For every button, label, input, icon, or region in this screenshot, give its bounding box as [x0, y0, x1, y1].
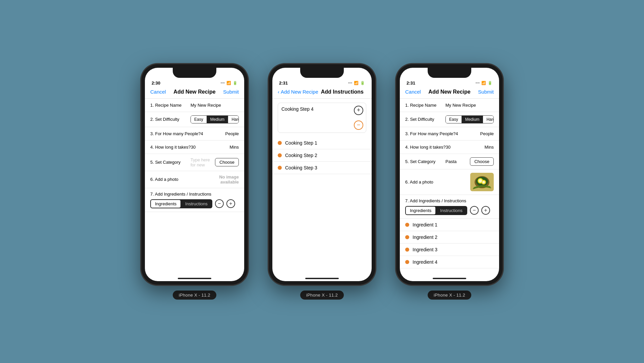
add-item-button[interactable]: +: [226, 199, 235, 208]
ingredient-4-row: Ingredient 4: [400, 256, 499, 268]
time-label-3: 4. How long it takes?: [405, 145, 446, 150]
people-row: 3. For How many People? 4 People: [145, 127, 244, 141]
back-text[interactable]: Add New Recipe: [281, 89, 318, 95]
ingredient-3-text: Ingredient 3: [413, 247, 437, 252]
time-value: 30: [191, 145, 230, 150]
category-choose-button[interactable]: Choose: [215, 158, 239, 166]
step-1-dot: [278, 141, 282, 145]
phone-3-nav-bar: Cancel Add New Recipe Submit: [400, 87, 499, 99]
category-row: 5. Set Category Type here for new Choose: [145, 154, 244, 171]
step-2-text: Cooking Step 2: [285, 153, 317, 158]
ingredient-1-text: Ingredient 1: [413, 222, 437, 227]
instructions-tab-3[interactable]: Instructions: [436, 207, 466, 214]
time-suffix-3: Mins: [485, 145, 494, 150]
category-choose-button-3[interactable]: Choose: [470, 157, 494, 166]
phone-1-status-bar: 2:30 ···· 📶 🔋: [145, 78, 244, 87]
submit-button[interactable]: Submit: [223, 89, 239, 95]
step-3-row: Cooking Step 3: [272, 162, 372, 174]
phone-2-status-bar: 2:31 ···· 📶 🔋: [272, 78, 372, 87]
phone-3-time: 2:31: [407, 81, 415, 86]
category-value-3: Pasta: [445, 159, 467, 164]
phone-1-form: 1. Recipe Name My New Recipe 2. Set Diff…: [145, 99, 244, 274]
hard-button[interactable]: Hard: [228, 116, 239, 123]
home-bar-3: [433, 278, 466, 279]
hard-button-3[interactable]: Hard: [483, 116, 494, 123]
ingredient-1-row: Ingredient 1: [400, 219, 499, 231]
photo-label: 6. Add a photo: [150, 177, 191, 182]
time-value-3: 30: [446, 145, 485, 150]
toggle-controls-3: Ingredients Instructions − +: [405, 206, 494, 215]
ingredients-section-3: 7. Add Ingredients / Instructions Ingred…: [400, 195, 499, 219]
phone-1-screen: 2:30 ···· 📶 🔋 Cancel Add New Recipe Subm…: [145, 68, 244, 281]
medium-button-3[interactable]: Medium: [462, 116, 483, 123]
signal-icon: ····: [221, 81, 225, 85]
remove-step-button[interactable]: −: [354, 120, 363, 130]
recipe-name-value-3: My New Recipe: [445, 103, 494, 108]
photo-thumbnail[interactable]: [470, 173, 494, 191]
ingredients-tab-3[interactable]: Ingredients: [406, 207, 435, 214]
ingredients-tab[interactable]: Ingredients: [151, 200, 180, 208]
recipe-name-row-3: 1. Recipe Name My New Recipe: [400, 99, 499, 112]
cancel-button[interactable]: Cancel: [150, 89, 166, 95]
phone-1-label: iPhone X - 11.2: [173, 291, 216, 300]
easy-button[interactable]: Easy: [191, 116, 207, 123]
step-3-dot: [278, 166, 282, 170]
instructions-tab[interactable]: Instructions: [181, 200, 211, 208]
current-step-input[interactable]: Cooking Step 4: [281, 106, 353, 112]
people-label: 3. For How many People?: [150, 131, 201, 136]
time-row-3: 4. How long it takes? 30 Mins: [400, 141, 499, 154]
phone-1-body: 2:30 ···· 📶 🔋 Cancel Add New Recipe Subm…: [141, 64, 248, 285]
phone-2-screen: 2:31 ···· 📶 🔋 ‹ Add New Recipe Add Instr…: [272, 68, 372, 281]
remove-item-button-3[interactable]: −: [470, 206, 479, 215]
signal-icon: ····: [476, 81, 480, 85]
phone-3-notch: [428, 68, 471, 78]
easy-button-3[interactable]: Easy: [446, 116, 462, 123]
ingredient-1-dot: [405, 223, 409, 227]
step-3-text: Cooking Step 3: [285, 165, 317, 170]
category-label: 5. Set Category: [150, 160, 191, 165]
step-1-text: Cooking Step 1: [285, 140, 317, 146]
phone-2-status-icons: ···· 📶 🔋: [348, 81, 365, 85]
segment-control: Ingredients Instructions: [150, 199, 212, 208]
phone-1-notch: [173, 68, 216, 78]
difficulty-group: Easy Medium Hard: [191, 115, 239, 123]
phone-1-nav-bar: Cancel Add New Recipe Submit: [145, 87, 244, 99]
ingredients-section: 7. Add Ingredients / Instructions Ingred…: [145, 188, 244, 212]
segment-control-3: Ingredients Instructions: [405, 206, 467, 215]
phone-3-label: iPhone X - 11.2: [428, 291, 471, 300]
ingredient-3-row: Ingredient 3: [400, 244, 499, 256]
toggle-controls: Ingredients Instructions − +: [150, 199, 239, 208]
add-step-button[interactable]: +: [354, 106, 363, 115]
ingredients-label: 7. Add Ingredients / Instructions: [150, 192, 239, 197]
difficulty-row: 2. Set Difficulty Easy Medium Hard: [145, 112, 244, 127]
phone-1-time: 2:30: [152, 81, 160, 86]
ingredient-4-text: Ingredient 4: [413, 259, 437, 265]
medium-button[interactable]: Medium: [207, 116, 228, 123]
time-suffix: Mins: [230, 145, 239, 150]
ingredient-3-dot: [405, 248, 409, 252]
recipe-name-row: 1. Recipe Name My New Recipe: [145, 99, 244, 112]
photo-row-3: 6. Add a photo: [400, 169, 499, 195]
phone-2-wrapper: 2:31 ···· 📶 🔋 ‹ Add New Recipe Add Instr…: [268, 64, 376, 300]
photo-row: 6. Add a photo No imageavailable: [145, 171, 244, 188]
home-indicator-3: [400, 274, 499, 281]
recipe-name-label-3: 1. Recipe Name: [405, 103, 445, 108]
no-image-text: No imageavailable: [219, 174, 239, 185]
battery-icon: 🔋: [488, 81, 492, 85]
signal-icon: ····: [348, 81, 352, 85]
phone-1-wrapper: 2:30 ···· 📶 🔋 Cancel Add New Recipe Subm…: [141, 64, 248, 300]
page-title: Add Instructions: [321, 89, 364, 95]
ingredient-2-text: Ingredient 2: [413, 235, 437, 240]
instruction-input-area: Cooking Step 4 + −: [278, 103, 366, 133]
remove-item-button[interactable]: −: [215, 199, 224, 208]
people-suffix: People: [225, 131, 239, 136]
home-bar: [178, 278, 211, 279]
add-item-button-3[interactable]: +: [481, 206, 490, 215]
back-arrow-icon[interactable]: ‹: [278, 89, 279, 95]
submit-button-3[interactable]: Submit: [478, 89, 494, 95]
difficulty-label: 2. Set Difficulty: [150, 117, 191, 122]
cancel-button-3[interactable]: Cancel: [405, 89, 421, 95]
phone-1-status-icons: ···· 📶 🔋: [221, 81, 237, 85]
step-2-row: Cooking Step 2: [272, 149, 372, 162]
people-label-3: 3. For How many People?: [405, 131, 455, 136]
